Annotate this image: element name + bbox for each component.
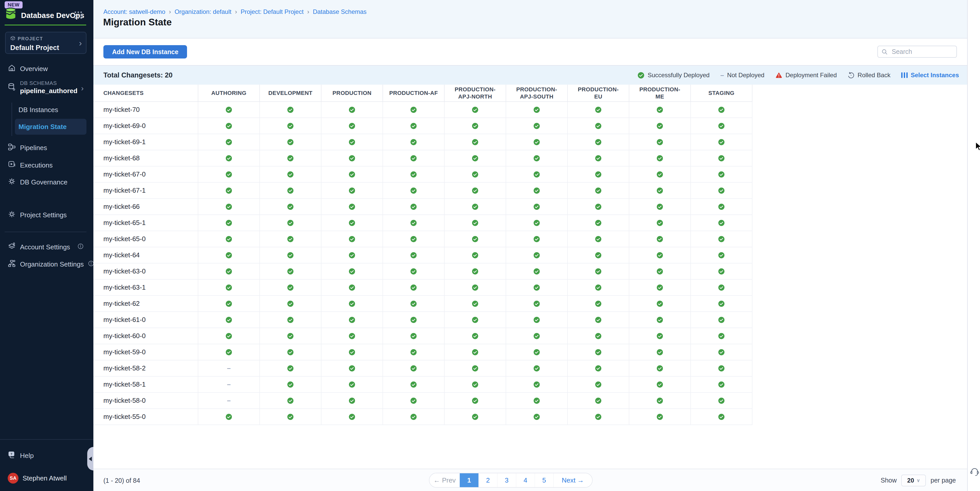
sidebar-item-label: Organization Settings (20, 261, 84, 269)
database-devops-logo-icon (4, 7, 18, 22)
sidebar-item-account-settings[interactable]: Account Settings (0, 240, 93, 254)
success-check-icon (595, 284, 601, 291)
status-cell (506, 102, 568, 118)
page-size-select[interactable]: 20 ∨ (901, 475, 926, 486)
search-input[interactable] (877, 46, 957, 58)
breadcrumb-link[interactable]: Project: Default Project (241, 8, 304, 15)
status-cell (506, 280, 568, 295)
status-cell (445, 280, 506, 295)
success-check-icon (226, 139, 232, 145)
success-check-icon (226, 349, 232, 356)
sidebar-item-help[interactable]: ? Help (0, 448, 93, 463)
show-label: Show (881, 477, 897, 484)
changeset-name: my-ticket-58-0 (93, 393, 198, 408)
status-cell (383, 215, 445, 230)
breadcrumb-separator: › (169, 8, 171, 15)
status-cell (568, 377, 629, 392)
success-check-icon (410, 268, 417, 275)
project-selector[interactable]: PROJECT Default Project › (5, 32, 86, 54)
breadcrumb-link[interactable]: Organization: default (175, 8, 231, 15)
status-cell (198, 150, 260, 166)
success-check-icon (595, 300, 601, 307)
success-check-icon (533, 381, 540, 388)
prev-page-button[interactable]: ← Prev (430, 473, 460, 487)
success-check-icon (348, 171, 355, 178)
success-check-icon (657, 139, 663, 145)
legend-not-deployed: – Not Deployed (721, 72, 765, 79)
legend-deployment-failed: Deployment Failed (775, 72, 837, 79)
support-chat-icon[interactable] (970, 467, 979, 479)
page-title: Migration State (103, 17, 172, 28)
pagination: ← Prev 12345 Next → (429, 473, 593, 488)
success-check-icon (226, 252, 232, 259)
status-cell (445, 344, 506, 360)
sidebar-item-project-settings[interactable]: Project Settings (0, 208, 93, 222)
breadcrumb-link[interactable]: Database Schemas (313, 8, 366, 15)
sidebar-item-executions[interactable]: Executions (0, 158, 93, 172)
success-check-icon (287, 365, 294, 372)
success-check-icon (718, 268, 725, 275)
status-cell (198, 344, 260, 360)
total-changesets: Total Changesets: 20 (103, 72, 173, 79)
sidebar-item-migration-state[interactable]: Migration State (15, 119, 86, 135)
table-row: my-ticket-64 (93, 247, 752, 264)
success-check-icon (533, 219, 540, 226)
sidebar-collapse-handle[interactable] (87, 447, 94, 470)
info-icon[interactable] (78, 243, 84, 251)
status-cell (629, 199, 691, 215)
user-menu[interactable]: SA Stephen Atwell (0, 470, 93, 486)
success-check-icon (348, 300, 355, 307)
page-button-5[interactable]: 5 (535, 473, 554, 487)
status-cell (691, 231, 752, 247)
per-page-label: per page (931, 477, 956, 484)
sidebar-item-db-governance[interactable]: DB Governance (0, 175, 93, 189)
success-check-icon (718, 397, 725, 404)
success-check-icon (657, 187, 663, 194)
success-check-icon (595, 333, 601, 339)
breadcrumb: Account: satwell-demo›Organization: defa… (103, 8, 367, 15)
select-instances-button[interactable]: Select Instances (901, 72, 959, 79)
status-cell (321, 247, 383, 263)
next-page-button[interactable]: Next → (554, 473, 592, 487)
status-cell (506, 296, 568, 311)
success-check-icon (595, 171, 601, 178)
page-button-3[interactable]: 3 (497, 473, 516, 487)
scroll-gutter[interactable] (967, 0, 980, 491)
sidebar: NEW Database DevOps (0, 0, 93, 491)
add-new-db-instance-button[interactable]: Add New DB Instance (103, 45, 187, 59)
chevron-right-icon: › (81, 84, 84, 92)
sidebar-item-organization-settings[interactable]: Organization Settings (0, 257, 93, 272)
success-check-icon (533, 139, 540, 145)
page-button-1[interactable]: 1 (460, 473, 479, 487)
status-cell (691, 312, 752, 327)
success-check-icon (348, 413, 355, 420)
status-cell (321, 183, 383, 198)
sidebar-item-db-instances[interactable]: DB Instances (15, 103, 86, 116)
breadcrumb-link[interactable]: Account: satwell-demo (103, 8, 165, 15)
status-cell (568, 118, 629, 133)
success-check-icon (595, 413, 601, 420)
sidebar-item-overview[interactable]: Overview (0, 62, 93, 76)
sidebar-item-pipelines[interactable]: Pipelines (0, 141, 93, 155)
changeset-name: my-ticket-66 (93, 199, 198, 215)
status-cell (198, 118, 260, 133)
success-check-icon (718, 413, 725, 420)
status-cell (198, 199, 260, 215)
success-check-icon (472, 268, 479, 275)
success-check-icon (410, 122, 417, 129)
status-cell (506, 344, 568, 360)
app-grid-icon[interactable] (74, 11, 83, 21)
status-cell (260, 264, 321, 279)
success-check-icon (472, 349, 479, 356)
status-cell (321, 231, 383, 247)
status-cell (568, 150, 629, 166)
success-check-icon (226, 171, 232, 178)
status-cell (198, 280, 260, 295)
success-check-icon (657, 349, 663, 356)
page-button-2[interactable]: 2 (479, 473, 497, 487)
page-size-control: Show 20 ∨ per page (881, 469, 956, 491)
info-icon[interactable] (88, 261, 94, 269)
sidebar-item-db-schemas[interactable]: DB SCHEMAS pipeline_authored › (0, 78, 93, 97)
page-button-4[interactable]: 4 (516, 473, 535, 487)
success-check-icon (226, 284, 232, 291)
